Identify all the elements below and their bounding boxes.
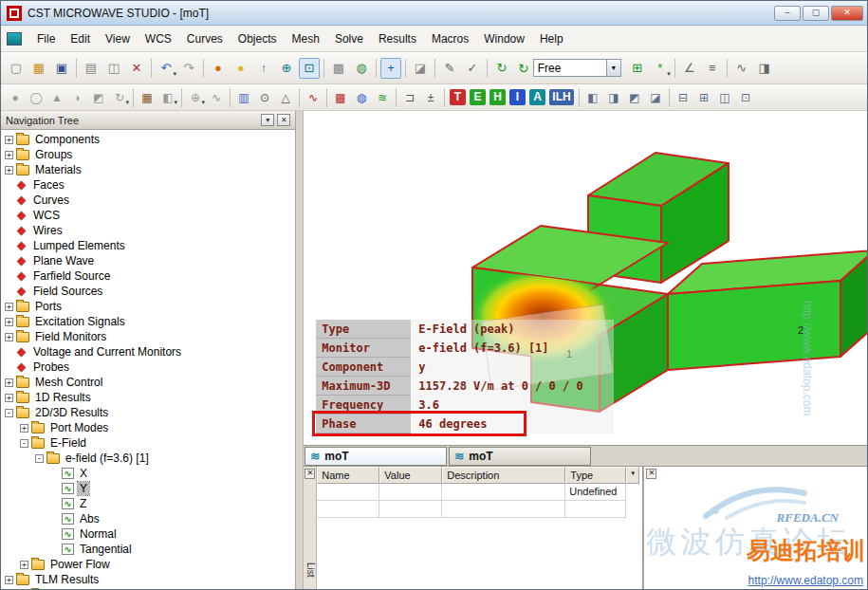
tree-expand-plus-icon[interactable]: +: [5, 394, 13, 402]
tree-item-y[interactable]: Y: [1, 481, 295, 496]
tree-item-e-field-f-3-6-1[interactable]: -e-field (f=3.6) [1]: [1, 451, 295, 466]
pick-point-icon[interactable]: ✎: [439, 58, 460, 79]
axes-view-icon[interactable]: +: [380, 58, 401, 79]
tree-item-wires[interactable]: Wires: [1, 223, 295, 238]
tree-item-lumped-elements[interactable]: Lumped Elements: [1, 238, 295, 253]
menu-item-wcs[interactable]: WCS: [138, 29, 179, 48]
tree-expand-plus-icon[interactable]: +: [5, 576, 13, 584]
tree-item-plane-wave[interactable]: Plane Wave: [1, 253, 295, 268]
sphere-primitive-icon[interactable]: ●: [6, 88, 25, 107]
column-header-value[interactable]: Value: [379, 467, 442, 484]
tree-item-port-modes[interactable]: +Port Modes: [1, 420, 295, 435]
save-icon[interactable]: ▣: [51, 58, 72, 79]
history-list-icon[interactable]: ≡: [702, 58, 723, 79]
tree-item-ports[interactable]: +Ports: [1, 299, 295, 314]
maximize-button[interactable]: ▢: [803, 6, 829, 21]
tree-expand-plus-icon[interactable]: +: [5, 151, 13, 159]
result-window-3-icon[interactable]: ◩: [625, 88, 644, 107]
tree-item-mesh-control[interactable]: +Mesh Control: [1, 375, 295, 390]
tree-expand-minus-icon[interactable]: -: [20, 439, 28, 448]
dropdown-arrow-icon[interactable]: ▾: [201, 99, 205, 106]
grid-snap-icon[interactable]: ▥: [234, 88, 253, 107]
transform-icon[interactable]: ◧▾: [158, 88, 177, 107]
pick-edge-icon[interactable]: ✓: [462, 58, 483, 79]
menu-item-help[interactable]: Help: [532, 29, 571, 48]
tree-item-1d-results[interactable]: +1D Results: [1, 390, 295, 405]
menu-item-edit[interactable]: Edit: [63, 29, 98, 48]
loft-icon[interactable]: ◩: [89, 88, 108, 107]
render-globe-icon[interactable]: ◍: [351, 58, 372, 79]
layout-window-1-icon[interactable]: ⊟: [674, 88, 693, 107]
curve-icon[interactable]: ∿: [207, 88, 226, 107]
tree-item-materials[interactable]: +Materials: [1, 162, 295, 177]
field-wave-icon[interactable]: ≋: [373, 88, 392, 107]
tree-expand-plus-icon[interactable]: +: [5, 318, 13, 326]
cutplane-icon[interactable]: ◪: [410, 58, 431, 79]
dropdown-arrow-icon[interactable]: ▾: [607, 59, 621, 77]
copy-icon[interactable]: ◫: [103, 58, 124, 79]
tree-item-e-field[interactable]: -E-Field: [1, 435, 295, 451]
tree-expand-plus-icon[interactable]: +: [5, 333, 13, 341]
menu-item-objects[interactable]: Objects: [231, 29, 285, 48]
view-tab-2[interactable]: ≋moT: [449, 447, 591, 466]
result-panel-close-icon[interactable]: ✕: [646, 469, 656, 479]
material-checker-icon[interactable]: ▩: [331, 88, 350, 107]
menu-item-file[interactable]: File: [29, 29, 63, 48]
dropdown-arrow-icon[interactable]: ▾: [667, 70, 671, 78]
cone-primitive-icon[interactable]: ▲: [47, 88, 66, 107]
mesh-refresh-icon[interactable]: ↻: [491, 58, 512, 79]
rotate-tool-icon[interactable]: ↻▾: [110, 88, 129, 107]
tree-expand-plus-icon[interactable]: +: [5, 166, 13, 175]
menu-item-curves[interactable]: Curves: [179, 29, 231, 48]
mesh-mode-dropdown[interactable]: ↻Free▾: [518, 59, 621, 77]
column-header-type[interactable]: Type: [565, 467, 626, 484]
dropdown-arrow-icon[interactable]: ▾: [125, 99, 129, 106]
port-symbol-icon[interactable]: ⊐: [400, 88, 419, 107]
a-solver-badge-icon[interactable]: A: [529, 89, 545, 105]
bounding-box-icon[interactable]: ▩: [328, 58, 349, 79]
boolean-icon[interactable]: ⊕▾: [186, 88, 205, 107]
tree-item-z[interactable]: Z: [1, 496, 295, 511]
menu-item-solve[interactable]: Solve: [327, 29, 371, 48]
h-field-badge-icon[interactable]: H: [489, 89, 506, 105]
viewport-3d[interactable]: 1 2 http://www.edatop.com TypeE-Field (p…: [304, 111, 867, 445]
parameter-list-tab[interactable]: List: [305, 562, 316, 578]
brick-icon[interactable]: ▦: [138, 88, 157, 107]
layout-window-2-icon[interactable]: ⊞: [694, 88, 713, 107]
nav-close-icon[interactable]: ✕: [277, 114, 290, 126]
column-header-description[interactable]: Description: [442, 467, 565, 484]
new-file-icon[interactable]: ▢: [6, 58, 27, 79]
tree-item-voltage-and-current-monitors[interactable]: Voltage and Current Monitors: [1, 344, 295, 360]
t-solver-badge-icon[interactable]: T: [450, 89, 466, 105]
cylinder-primitive-icon[interactable]: ◗: [68, 88, 87, 107]
tree-expand-plus-icon[interactable]: +: [20, 424, 28, 433]
ilh-solver-badge-icon[interactable]: ILH: [549, 89, 574, 105]
tree-expand-plus-icon[interactable]: +: [5, 378, 13, 387]
undo-icon[interactable]: ↶▾: [156, 58, 176, 79]
zoom-window-icon[interactable]: ⊡: [299, 58, 320, 79]
minimize-button[interactable]: –: [774, 6, 801, 21]
tree-item-power-flow[interactable]: +Power Flow: [1, 557, 295, 572]
menu-item-macros[interactable]: Macros: [424, 29, 476, 48]
tree-item-wcs[interactable]: WCS: [1, 208, 295, 223]
tree-item-x[interactable]: X: [1, 466, 295, 481]
open-folder-icon[interactable]: ▦: [28, 58, 49, 79]
i-solver-badge-icon[interactable]: I: [509, 89, 526, 105]
column-scroll-icon[interactable]: ▾: [626, 467, 639, 484]
tree-expand-plus-icon[interactable]: +: [5, 136, 13, 144]
tree-item-faces[interactable]: Faces: [1, 177, 295, 193]
tree-item-farfield-source[interactable]: Farfield Source: [1, 268, 295, 284]
tree-item-components[interactable]: +Components: [1, 132, 295, 147]
background-world-icon[interactable]: ◍: [352, 88, 371, 107]
redo-icon[interactable]: ↷: [178, 58, 199, 79]
signal-waveform-icon[interactable]: ∿: [304, 88, 323, 107]
zoom-arrow-icon[interactable]: ↑: [253, 58, 274, 79]
tree-item-abs[interactable]: Abs: [1, 511, 295, 526]
chart-icon[interactable]: ∿: [731, 58, 752, 79]
dropdown-arrow-icon[interactable]: ▾: [173, 70, 176, 78]
e-field-badge-icon[interactable]: E: [470, 89, 486, 105]
tree-item-2d-3d-results[interactable]: -2D/3D Results: [1, 405, 295, 420]
pick-center-icon[interactable]: ⊙: [255, 88, 274, 107]
result-window-2-icon[interactable]: ◨: [604, 88, 623, 107]
tree-item-curves[interactable]: Curves: [1, 193, 295, 208]
